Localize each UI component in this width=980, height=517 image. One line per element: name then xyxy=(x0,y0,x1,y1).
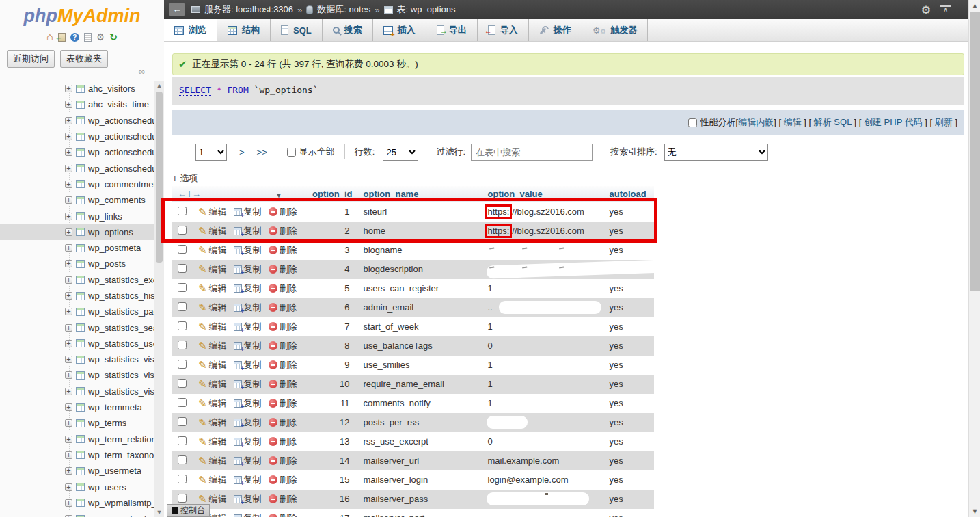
copy-row-link[interactable]: 复制 xyxy=(234,225,262,237)
sidebar-table-item[interactable]: +wp_actionscheduler_clair xyxy=(0,129,154,144)
rows-per-page-select[interactable]: 25 xyxy=(383,144,418,161)
favorite-tables-button[interactable]: 表收藏夹 xyxy=(60,50,108,68)
delete-row-link[interactable]: 删除 xyxy=(269,436,297,448)
refresh-icon[interactable] xyxy=(109,31,118,42)
show-all-checkbox[interactable] xyxy=(287,148,296,157)
delete-row-link[interactable]: 删除 xyxy=(269,359,297,371)
scroll-up-icon[interactable]: ▲ xyxy=(969,2,980,9)
expand-icon[interactable]: + xyxy=(65,451,72,459)
edit-row-link[interactable]: 编辑 xyxy=(198,378,227,390)
copy-row-link[interactable]: 复制 xyxy=(234,359,262,371)
delete-row-link[interactable]: 删除 xyxy=(269,378,297,390)
docs-icon[interactable] xyxy=(84,33,92,42)
copy-row-link[interactable]: 复制 xyxy=(234,378,262,390)
tab-operations[interactable]: 操作 xyxy=(529,19,582,41)
options-toggle[interactable]: + 选项 xyxy=(172,172,213,184)
scroll-down-icon[interactable]: ▼ xyxy=(969,508,980,515)
expand-icon[interactable]: + xyxy=(65,356,72,363)
sidebar-table-item[interactable]: +wp_termmeta xyxy=(0,399,154,415)
chain-icon[interactable] xyxy=(139,66,145,77)
expand-icon[interactable]: + xyxy=(65,499,72,507)
sidebar-table-item[interactable]: +wp_terms xyxy=(0,415,154,431)
row-checkbox[interactable] xyxy=(178,302,187,311)
query-link-编辑内嵌[interactable]: 编辑内嵌 xyxy=(738,117,774,127)
expand-icon[interactable]: + xyxy=(65,467,72,475)
expand-icon[interactable]: + xyxy=(65,133,72,140)
query-link-刷新[interactable]: 刷新 xyxy=(935,117,953,127)
sidebar-table-item[interactable]: +wp_actionscheduler_actio xyxy=(0,113,154,129)
copy-row-link[interactable]: 复制 xyxy=(234,282,262,295)
row-checkbox[interactable] xyxy=(178,226,187,235)
console-button[interactable]: 控制台 xyxy=(167,504,210,517)
sidebar-table-item[interactable]: +wp_statistics_visitor xyxy=(0,367,154,383)
sidebar-table-item[interactable]: +wp_term_taxonomy xyxy=(0,447,154,463)
sidebar-table-item[interactable]: +wp_statistics_search xyxy=(0,319,154,335)
copy-row-link[interactable]: 复制 xyxy=(234,321,262,333)
sidebar-table-item[interactable]: +wp_statistics_visitor_relat xyxy=(0,384,154,399)
expand-icon[interactable]: + xyxy=(65,85,72,92)
row-checkbox[interactable] xyxy=(178,398,187,407)
sidebar-table-item[interactable]: +wp_statistics_pages xyxy=(0,304,154,319)
back-button[interactable]: ← xyxy=(169,3,185,16)
delete-row-link[interactable]: 删除 xyxy=(269,455,297,467)
copy-row-link[interactable]: 复制 xyxy=(234,302,262,314)
expand-icon[interactable]: + xyxy=(65,165,72,172)
delete-row-link[interactable]: 删除 xyxy=(269,397,297,410)
expand-icon[interactable]: + xyxy=(65,403,72,411)
sort-by-index-select[interactable]: 无 xyxy=(664,144,768,161)
edit-row-link[interactable]: 编辑 xyxy=(198,436,227,448)
delete-row-link[interactable]: 删除 xyxy=(269,340,297,352)
sidebar-table-item[interactable]: +wp_wpmailsmtp_tasks_m xyxy=(0,511,154,517)
row-checkbox[interactable] xyxy=(178,245,187,254)
breadcrumb-server[interactable]: 服务器: localhost:3306 xyxy=(204,3,293,16)
delete-row-link[interactable]: 删除 xyxy=(269,512,297,517)
expand-icon[interactable]: + xyxy=(65,419,72,427)
expand-icon[interactable]: + xyxy=(65,483,72,491)
copy-row-link[interactable]: 复制 xyxy=(234,416,262,429)
expand-icon[interactable]: + xyxy=(65,340,72,347)
delete-row-link[interactable]: 删除 xyxy=(269,416,297,429)
row-checkbox[interactable] xyxy=(178,455,187,464)
sidebar-table-item[interactable]: +wp_wpmailsmtp_debug_ xyxy=(0,495,154,511)
tab-sql[interactable]: SQL xyxy=(271,19,323,41)
sidebar-table-item[interactable]: +wp_statistics_visit xyxy=(0,352,154,367)
sidebar-table-item[interactable]: +wp_commentmeta xyxy=(0,176,154,192)
tab-triggers[interactable]: 触发器 xyxy=(582,19,649,41)
row-checkbox[interactable] xyxy=(178,341,187,349)
row-checkbox[interactable] xyxy=(178,475,187,483)
sidebar-table-item[interactable]: +wp_actionscheduler_grou xyxy=(0,144,154,160)
query-link-创建 PHP 代码[interactable]: 创建 PHP 代码 xyxy=(864,117,923,127)
row-checkbox[interactable] xyxy=(178,321,187,330)
delete-row-link[interactable]: 删除 xyxy=(269,282,297,295)
expand-icon[interactable]: + xyxy=(65,101,72,108)
edit-row-link[interactable]: 编辑 xyxy=(198,206,227,218)
page-select[interactable]: 1 xyxy=(195,144,227,161)
expand-icon[interactable]: + xyxy=(65,260,72,267)
next-page-link[interactable]: > xyxy=(239,147,245,157)
copy-row-link[interactable]: 复制 xyxy=(234,340,262,352)
home-icon[interactable] xyxy=(46,31,53,43)
logout-icon[interactable] xyxy=(58,33,66,42)
delete-row-link[interactable]: 删除 xyxy=(269,321,297,333)
breadcrumb-database[interactable]: 数据库: notes xyxy=(317,3,370,16)
expand-icon[interactable]: + xyxy=(65,181,72,188)
copy-row-link[interactable]: 复制 xyxy=(234,436,262,448)
expand-icon[interactable]: + xyxy=(65,117,72,124)
sidebar-table-item[interactable]: +ahc_visitors xyxy=(0,81,154,96)
tab-export[interactable]: 导出 xyxy=(426,19,478,41)
expand-icon[interactable]: + xyxy=(65,244,72,252)
sort-caret-icon[interactable]: ▼ xyxy=(275,191,282,199)
expand-icon[interactable]: + xyxy=(65,276,72,284)
copy-row-link[interactable]: 复制 xyxy=(234,455,262,467)
delete-row-link[interactable]: 删除 xyxy=(269,493,297,505)
tab-search[interactable]: 搜索 xyxy=(323,19,373,41)
delete-row-link[interactable]: 删除 xyxy=(269,302,297,314)
sidebar-table-item[interactable]: +wp_statistics_exclusions xyxy=(0,272,154,288)
expand-icon[interactable]: + xyxy=(65,196,72,204)
expand-icon[interactable]: + xyxy=(65,148,72,156)
tab-insert[interactable]: 插入 xyxy=(373,19,426,41)
edit-row-link[interactable]: 编辑 xyxy=(198,263,227,276)
edit-row-link[interactable]: 编辑 xyxy=(198,321,227,333)
help-icon[interactable] xyxy=(70,33,79,42)
query-link-解析 SQL[interactable]: 解析 SQL xyxy=(814,117,852,127)
